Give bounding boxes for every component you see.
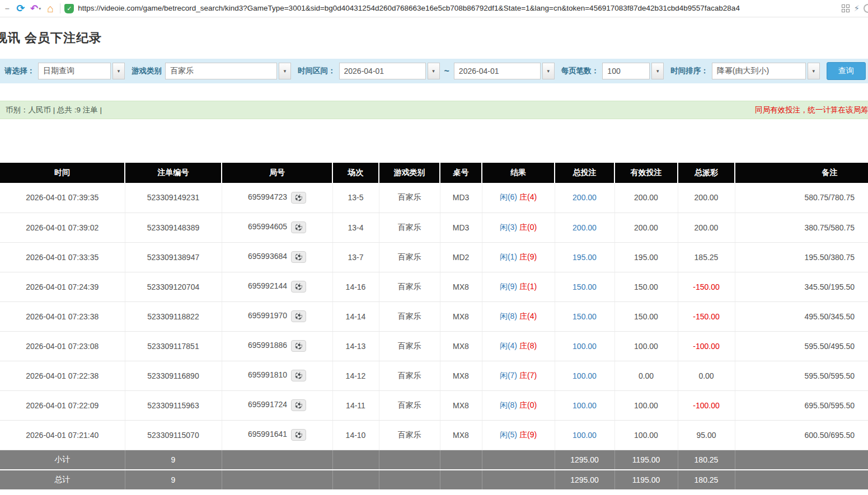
date-to-picker[interactable]: ▾ xyxy=(454,63,555,79)
time-cell: 2026-04-01 07:23:38 xyxy=(0,301,125,331)
sort-order-input[interactable] xyxy=(712,63,806,79)
date-from-picker[interactable]: ▾ xyxy=(339,63,440,79)
query-type-select[interactable]: ▾ xyxy=(38,63,125,79)
note-cell: 495.50/345.50 xyxy=(735,301,868,331)
banker-result-link[interactable]: 庄(0) xyxy=(519,400,537,409)
player-result-link[interactable]: 闲(1) xyxy=(500,252,517,261)
banker-result-link[interactable]: 庄(8) xyxy=(519,341,537,350)
round-cell: 695994723⚽ xyxy=(222,183,332,213)
banker-result-link[interactable]: 庄(0) xyxy=(519,223,537,232)
table-no-cell: MD3 xyxy=(440,213,482,242)
replay-video-icon[interactable]: ⚽ xyxy=(291,429,306,441)
sort-order-select[interactable]: ▾ xyxy=(712,63,820,79)
payout-cell: 200.00 xyxy=(678,213,735,242)
result-cell: 闲(3)庄(0) xyxy=(482,213,555,242)
replay-video-icon[interactable]: ⚽ xyxy=(291,370,306,381)
replay-video-icon[interactable]: ⚽ xyxy=(291,192,306,204)
replay-video-icon[interactable]: ⚽ xyxy=(291,310,306,322)
back-icon[interactable]: – xyxy=(3,4,11,13)
total-cell-5 xyxy=(440,470,482,490)
chevron-down-icon[interactable]: ▾ xyxy=(279,63,291,79)
bet-record-row: 2026-04-01 07:21:40523309115070695991641… xyxy=(0,420,868,450)
column-header-bet-id: 注单编号 xyxy=(125,163,222,183)
cropped-toolbar-icon[interactable] xyxy=(864,4,868,13)
extensions-grid-icon[interactable] xyxy=(842,4,850,12)
bet-id-cell: 523309120704 xyxy=(125,272,222,301)
date-from-input[interactable] xyxy=(339,63,426,79)
chevron-down-icon[interactable]: ▾ xyxy=(542,63,555,79)
page-size-input[interactable] xyxy=(602,63,650,79)
subtotal-cell-8: 1195.00 xyxy=(614,450,678,470)
search-button[interactable]: 查询 xyxy=(827,62,866,80)
subtotal-cell-5 xyxy=(440,450,482,470)
total-cell-7: 1295.00 xyxy=(555,470,614,490)
bet-id-cell: 523309115963 xyxy=(125,390,222,420)
bet-id-cell: 523309118822 xyxy=(125,301,222,331)
total-bet-cell[interactable]: 200.00 xyxy=(555,213,614,242)
page-title: 视讯 会员下注纪录 xyxy=(0,30,102,46)
total-cell-2 xyxy=(222,470,332,490)
chevron-down-icon[interactable]: ▾ xyxy=(428,63,440,79)
replay-video-icon[interactable]: ⚽ xyxy=(291,251,306,263)
total-bet-cell[interactable]: 195.00 xyxy=(555,242,614,272)
replay-video-icon[interactable]: ⚽ xyxy=(291,340,306,352)
replay-video-icon[interactable]: ⚽ xyxy=(291,221,306,233)
url-scheme: https:// xyxy=(78,4,101,12)
player-result-link[interactable]: 闲(7) xyxy=(500,371,517,380)
secure-shield-icon[interactable]: ✓ xyxy=(64,4,74,13)
chevron-down-icon[interactable]: ▾ xyxy=(112,63,125,79)
query-type-input[interactable] xyxy=(38,63,111,79)
date-to-input[interactable] xyxy=(454,63,541,79)
banker-result-link[interactable]: 庄(7) xyxy=(519,371,537,380)
total-bet-cell[interactable]: 150.00 xyxy=(555,301,614,331)
refresh-icon[interactable]: ⟳ xyxy=(15,2,26,15)
banker-result-link[interactable]: 庄(9) xyxy=(519,430,537,439)
bet-record-row: 2026-04-01 07:22:38523309116890695991810… xyxy=(0,361,868,390)
note-cell: 595.50/595.50 xyxy=(735,361,868,390)
total-bet-cell[interactable]: 100.00 xyxy=(555,420,614,450)
home-icon[interactable]: ⌂ xyxy=(45,2,56,15)
address-bar[interactable]: https://videoie.com/game/betrecord_searc… xyxy=(78,4,838,13)
game-type-select[interactable]: ▾ xyxy=(165,63,291,79)
subtotal-cell-6 xyxy=(482,450,555,470)
total-bet-cell[interactable]: 150.00 xyxy=(555,272,614,301)
total-bet-cell[interactable]: 100.00 xyxy=(555,331,614,361)
chevron-down-icon[interactable]: ▾ xyxy=(39,6,41,11)
replay-video-icon[interactable]: ⚽ xyxy=(291,281,306,293)
payout-cell: -150.00 xyxy=(678,272,735,301)
game-type-input[interactable] xyxy=(165,63,277,79)
replay-video-icon[interactable]: ⚽ xyxy=(291,399,306,411)
subtotal-cell-10 xyxy=(735,450,868,470)
total-bet-cell[interactable]: 200.00 xyxy=(555,183,614,213)
chevron-down-icon[interactable]: ▾ xyxy=(808,63,820,79)
lightning-icon[interactable]: ⚡ xyxy=(853,3,860,13)
banker-result-link[interactable]: 庄(9) xyxy=(519,252,537,261)
filter-bar: 请选择： ▾ 游戏类别 ▾ 时间区间： ▾ ~ ▾ 每页笔数： ▾ 时间排序： … xyxy=(0,59,868,83)
valid-bet-notice: 同局有效投注，统一计算在该局筹码 xyxy=(755,105,868,115)
banker-result-link[interactable]: 庄(4) xyxy=(519,192,537,201)
player-result-link[interactable]: 闲(9) xyxy=(500,282,517,291)
banker-result-link[interactable]: 庄(1) xyxy=(519,282,537,291)
page-size-select[interactable]: ▾ xyxy=(602,63,664,79)
player-result-link[interactable]: 闲(8) xyxy=(500,400,517,409)
select-type-label: 请选择： xyxy=(4,66,35,76)
player-result-link[interactable]: 闲(3) xyxy=(500,223,517,232)
player-result-link[interactable]: 闲(8) xyxy=(500,312,517,320)
total-cell-6 xyxy=(482,470,555,490)
round-cell: 695991641⚽ xyxy=(222,420,332,450)
chevron-down-icon[interactable]: ▾ xyxy=(651,63,664,79)
player-result-link[interactable]: 闲(5) xyxy=(500,430,517,439)
banker-result-link[interactable]: 庄(4) xyxy=(519,312,537,320)
time-cell: 2026-04-01 07:39:02 xyxy=(0,213,125,242)
undo-icon[interactable]: ↶▾ xyxy=(30,3,41,15)
total-bet-cell[interactable]: 100.00 xyxy=(555,361,614,390)
total-bet-cell[interactable]: 100.00 xyxy=(555,390,614,420)
valid-bet-cell: 150.00 xyxy=(614,301,678,331)
result-cell: 闲(5)庄(9) xyxy=(482,420,555,450)
bet-id-cell: 523309117851 xyxy=(125,331,222,361)
player-result-link[interactable]: 闲(6) xyxy=(500,192,517,201)
player-result-link[interactable]: 闲(4) xyxy=(500,341,517,350)
table-no-cell: MX8 xyxy=(440,272,482,301)
payout-cell: 200.00 xyxy=(678,183,735,213)
bet-id-cell: 523309138947 xyxy=(125,242,222,272)
